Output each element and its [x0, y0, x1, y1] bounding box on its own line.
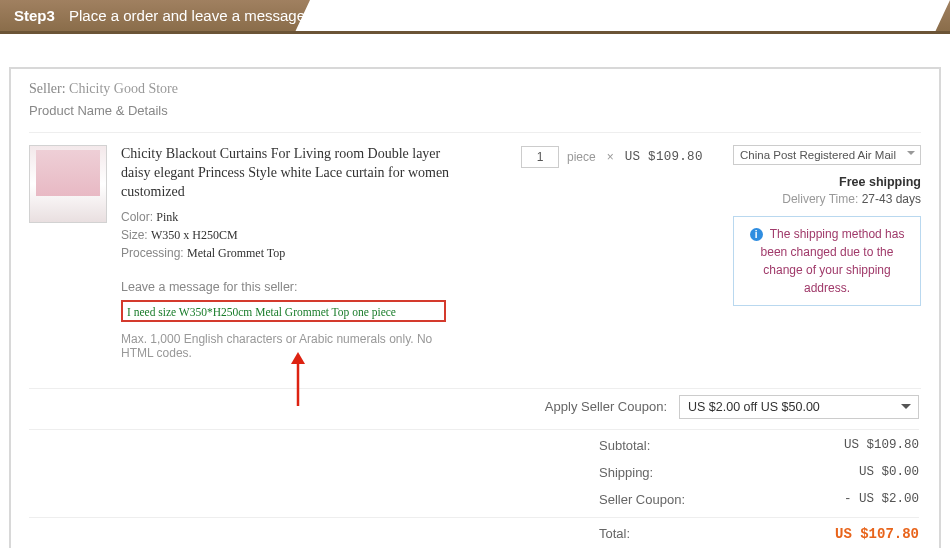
- qty-ship-col: piece × US $109.80 China Post Registered…: [521, 145, 921, 360]
- order-summary: Apply Seller Coupon: US $2.00 off US $50…: [29, 389, 919, 548]
- qty-price: US $109.80: [625, 150, 703, 164]
- seller-label: Seller:: [29, 81, 66, 96]
- product-color: Color: Pink: [121, 208, 451, 226]
- quantity-input[interactable]: [521, 146, 559, 168]
- info-icon: i: [750, 228, 763, 241]
- leave-message-label: Leave a message for this seller:: [121, 280, 451, 294]
- subtotal-row: Subtotal: US $109.80: [29, 429, 919, 459]
- quantity-block: piece × US $109.80: [521, 145, 703, 169]
- seller-message-input[interactable]: [121, 300, 446, 322]
- product-row: Chicity Blackout Curtains For Living roo…: [29, 132, 921, 389]
- total-row: Total: US $107.80: [29, 517, 919, 548]
- product-title[interactable]: Chicity Blackout Curtains For Living roo…: [121, 145, 451, 202]
- step-number: Step3: [14, 7, 55, 24]
- product-processing: Processing: Metal Grommet Top: [121, 244, 451, 262]
- qty-times: ×: [607, 150, 614, 164]
- coupon-label: Apply Seller Coupon:: [545, 399, 667, 414]
- chevron-down-icon: [907, 151, 915, 159]
- seller-line: Seller: Chicity Good Store: [29, 81, 921, 97]
- seller-coupon-row: Seller Coupon: - US $2.00: [29, 486, 919, 513]
- chevron-down-icon: [901, 404, 911, 414]
- seller-name[interactable]: Chicity Good Store: [69, 81, 178, 96]
- product-name-details-label: Product Name & Details: [29, 103, 921, 118]
- shipping-method-select[interactable]: China Post Registered Air Mail: [733, 145, 921, 165]
- delivery-time: Delivery Time: 27-43 days: [733, 192, 921, 206]
- shipping-col: China Post Registered Air Mail Free ship…: [733, 145, 921, 360]
- qty-unit: piece: [567, 150, 596, 164]
- step-title: Place a order and leave a message: [69, 7, 305, 24]
- product-details-col: Chicity Blackout Curtains For Living roo…: [121, 145, 461, 360]
- message-hint: Max. 1,000 English characters or Arabic …: [121, 332, 451, 360]
- coupon-select[interactable]: US $2.00 off US $50.00: [679, 395, 919, 419]
- svg-marker-1: [291, 352, 305, 364]
- product-size: Size: W350 x H250CM: [121, 226, 451, 244]
- order-panel: Seller: Chicity Good Store Product Name …: [9, 67, 941, 548]
- step-header: Step3 Place a order and leave a message: [0, 0, 950, 34]
- shipping-row: Shipping: US $0.00: [29, 459, 919, 486]
- product-thumbnail[interactable]: [29, 145, 107, 223]
- coupon-row: Apply Seller Coupon: US $2.00 off US $50…: [29, 389, 919, 425]
- shipping-info-box: i The shipping method has been changed d…: [733, 216, 921, 306]
- free-shipping-label: Free shipping: [733, 175, 921, 189]
- annotation-arrow-icon: [287, 352, 309, 408]
